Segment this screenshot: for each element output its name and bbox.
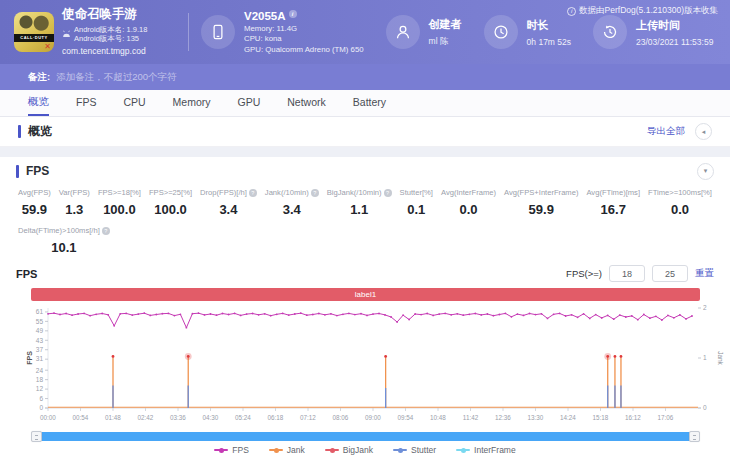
help-icon[interactable]: ? [102, 227, 110, 235]
stat-label: Avg(FPS) [18, 188, 51, 197]
svg-text:13:30: 13:30 [528, 414, 544, 421]
header-divider [188, 13, 189, 51]
note-bar[interactable]: 备注: 添加备注，不超过200个字符 [0, 64, 730, 90]
tab-FPS[interactable]: FPS [76, 90, 96, 116]
stat-col: Jank(/10min)?3.4 [265, 188, 319, 217]
stat-col: BigJank(/10min)?1.1 [327, 188, 392, 217]
overview-title: 概览 [28, 123, 52, 140]
scrollbar-right-handle[interactable] [689, 431, 700, 442]
fps-card: FPS ▾ Avg(FPS)59.9Var(FPS)1.3FPS>=18[%]1… [0, 157, 730, 465]
stat-col: Var(FPS)1.3 [59, 188, 90, 217]
stat-label: Stutter[%] [400, 188, 433, 197]
legend-label: FPS [232, 445, 249, 455]
android-version-code: Android版本号: 135 [74, 34, 147, 43]
svg-text:02:42: 02:42 [138, 414, 154, 421]
svg-text:0: 0 [703, 404, 707, 411]
tab-GPU[interactable]: GPU [238, 90, 261, 116]
help-icon[interactable]: ? [384, 189, 392, 197]
stat-value: 3.4 [265, 202, 319, 217]
stat-col: Stutter[%]0.1 [400, 188, 433, 217]
stat-value: 16.7 [586, 202, 640, 217]
svg-text:0: 0 [39, 404, 43, 411]
upload-label: 上传时间 [636, 18, 713, 33]
svg-text:24: 24 [36, 367, 44, 374]
svg-text:1: 1 [703, 354, 707, 361]
chart-scrollbar[interactable] [31, 432, 700, 441]
note-label: 备注: [28, 71, 50, 84]
svg-text:43: 43 [36, 337, 44, 344]
stat-col: FPS>=25[%]100.0 [149, 188, 192, 217]
stat-col: Avg(FTime)[ms]16.7 [586, 188, 640, 217]
svg-text:12:36: 12:36 [495, 414, 511, 421]
stat-value: 1.1 [327, 202, 392, 217]
collapse-down-button[interactable]: ▾ [697, 163, 714, 180]
svg-text:15:18: 15:18 [593, 414, 609, 421]
report-header: i 数据由PerfDog(5.1.210300)版本收集 CALL·DUTY ✕… [0, 0, 730, 64]
chevron-down-icon: ▾ [704, 167, 708, 175]
tab-Network[interactable]: Network [287, 90, 326, 116]
legend-label: Jank [287, 445, 305, 455]
legend-marker [325, 449, 339, 451]
scrollbar-left-handle[interactable] [31, 431, 42, 442]
reset-link[interactable]: 重置 [695, 267, 714, 280]
label1-banner: label1 [31, 288, 700, 301]
tab-bar: 概览FPSCPUMemoryGPUNetworkBattery [0, 90, 730, 117]
fps-threshold-low-input[interactable] [609, 265, 645, 282]
stat-value: 0.0 [648, 202, 712, 217]
legend-InterFrame[interactable]: InterFrame [456, 445, 516, 455]
tab-CPU[interactable]: CPU [123, 90, 145, 116]
svg-text:18: 18 [36, 376, 44, 383]
duration-label: 时长 [527, 18, 571, 33]
device-info-icon[interactable]: i [289, 10, 297, 18]
stat-label: Drop(FPS)[/h] [200, 188, 247, 197]
stat-label: Jank(/10min) [265, 188, 309, 197]
legend-Jank[interactable]: Jank [269, 445, 305, 455]
android-icon [62, 30, 71, 38]
svg-text:08:06: 08:06 [333, 414, 349, 421]
device-memory: Memory: 11.4G [244, 24, 364, 33]
stat-value: 0.1 [400, 202, 433, 217]
tab-Battery[interactable]: Battery [353, 90, 386, 116]
app-package: com.tencent.tmgp.cod [62, 46, 147, 56]
collect-note-text: 数据由PerfDog(5.1.210300)版本收集 [579, 5, 718, 17]
legend-BigJank[interactable]: BigJank [325, 445, 373, 455]
duration-block: 时长 0h 17m 52s [484, 15, 571, 49]
svg-text:04:30: 04:30 [203, 414, 219, 421]
svg-text:00:00: 00:00 [40, 414, 56, 421]
tab-概览[interactable]: 概览 [28, 90, 49, 116]
export-all-link[interactable]: 导出全部 [647, 125, 685, 138]
app-block: CALL·DUTY ✕ 使命召唤手游 Android版本名: 1.9.18 An… [14, 7, 186, 56]
fps-threshold-label: FPS(>=) [566, 268, 602, 279]
scrollbar-fill[interactable] [40, 432, 691, 441]
clock-icon [484, 15, 518, 49]
fps-chart-title: FPS [16, 268, 37, 280]
perfdog-version-note: i 数据由PerfDog(5.1.210300)版本收集 [567, 5, 718, 17]
svg-text:49: 49 [36, 327, 44, 334]
fps-chart: 06121824313743495561012FPSJank00:0000:54… [24, 303, 724, 431]
stat-value: 0.0 [441, 202, 496, 217]
svg-text:2: 2 [703, 304, 707, 311]
svg-text:37: 37 [36, 346, 44, 353]
svg-text:Jank: Jank [717, 351, 724, 365]
stat-value: 3.4 [200, 202, 257, 217]
svg-text:09:00: 09:00 [365, 414, 381, 421]
stat-col: FTime>=100ms[%]0.0 [648, 188, 712, 217]
overview-section-header: 概览 导出全部 ◂ [0, 117, 730, 147]
creator-value: ml 陈 [429, 36, 462, 48]
legend-marker [269, 449, 283, 451]
stat-label: BigJank(/10min) [327, 188, 382, 197]
stat-label: Avg(FTime)[ms] [586, 188, 640, 197]
help-icon[interactable]: ? [311, 189, 319, 197]
fps-threshold-high-input[interactable] [652, 265, 688, 282]
stat-label: FPS>=18[%] [98, 188, 141, 197]
svg-text:09:54: 09:54 [398, 414, 414, 421]
tab-Memory[interactable]: Memory [173, 90, 211, 116]
legend-FPS[interactable]: FPS [214, 445, 249, 455]
stat-value: 100.0 [149, 202, 192, 217]
svg-text:31: 31 [36, 355, 44, 362]
legend-Stutter[interactable]: Stutter [393, 445, 436, 455]
collapse-left-button[interactable]: ◂ [695, 123, 712, 140]
help-icon[interactable]: ? [249, 189, 257, 197]
fps-stats-row2: Delta(FTime)>100ms[/h]?10.1 [16, 217, 714, 255]
svg-text:FPS: FPS [26, 351, 33, 365]
